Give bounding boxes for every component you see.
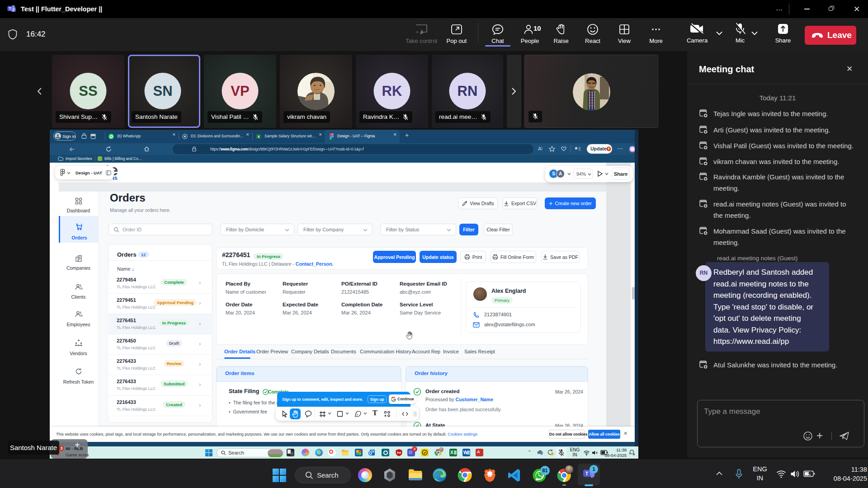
svg-text:T: T bbox=[585, 471, 589, 476]
svg-text:j: j bbox=[12, 7, 14, 11]
svg-text:X: X bbox=[257, 135, 260, 139]
svg-text:T: T bbox=[9, 6, 11, 11]
